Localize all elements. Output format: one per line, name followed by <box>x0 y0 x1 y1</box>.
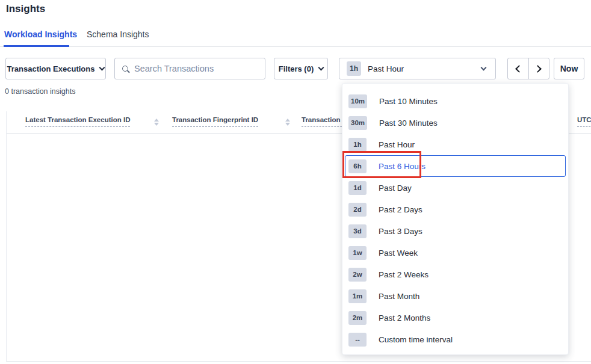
filters-label: Filters (0) <box>279 64 314 73</box>
option-label: Past Week <box>379 248 418 258</box>
time-nav-group <box>507 58 549 79</box>
option-label: Past Hour <box>379 140 415 149</box>
col-utc-time[interactable]: UTC) <box>577 116 591 127</box>
page-title: Insights <box>6 3 45 15</box>
option-badge: 30m <box>348 116 367 130</box>
option-past-6-hours[interactable]: 6h Past 6 Hours <box>345 155 566 177</box>
chevron-down-icon <box>99 65 105 71</box>
option-past-3-days[interactable]: 3d Past 3 Days <box>342 220 568 242</box>
option-label: Past 3 Days <box>379 227 422 236</box>
option-label: Past 30 Minutes <box>379 119 438 128</box>
option-past-2-days[interactable]: 2d Past 2 Days <box>342 199 568 220</box>
option-label: Custom time interval <box>379 335 453 344</box>
option-past-month[interactable]: 1m Past Month <box>342 285 568 307</box>
option-past-day[interactable]: 1d Past Day <box>342 177 568 199</box>
col-latest-txn-execution-id[interactable]: Latest Transaction Execution ID <box>25 116 130 127</box>
option-label: Past Day <box>379 184 412 193</box>
chevron-down-icon <box>481 65 487 71</box>
option-past-2-weeks[interactable]: 2w Past 2 Weeks <box>342 264 568 285</box>
tab-workload-insights[interactable]: Workload Insights <box>4 29 77 39</box>
insight-type-label: Transaction Executions <box>7 64 95 73</box>
chevron-left-icon <box>515 65 523 73</box>
option-past-30-minutes[interactable]: 30m Past 30 Minutes <box>342 112 568 134</box>
option-past-hour[interactable]: 1h Past Hour <box>342 134 568 155</box>
option-past-10-minutes[interactable]: 10m Past 10 Minutes <box>342 90 568 112</box>
time-prev-button[interactable] <box>508 58 528 79</box>
search-input[interactable] <box>134 64 265 73</box>
active-tab-underline <box>4 45 69 47</box>
insights-count: 0 transaction insights <box>5 87 75 96</box>
option-badge: 1h <box>348 138 367 152</box>
col-txn-fingerprint-id[interactable]: Transaction Fingerprint ID <box>172 116 258 127</box>
now-button[interactable]: Now <box>554 58 584 79</box>
option-badge: 1d <box>348 181 367 195</box>
sort-icon[interactable] <box>154 119 159 126</box>
option-custom-time-interval[interactable]: -- Custom time interval <box>342 329 568 350</box>
tab-schema-insights[interactable]: Schema Insights <box>87 29 149 39</box>
chevron-right-icon <box>534 65 542 73</box>
chevron-down-icon <box>318 65 324 71</box>
time-range-label: Past Hour <box>368 64 404 73</box>
option-label: Past Month <box>379 292 419 301</box>
filters-button[interactable]: Filters (0) <box>274 58 328 79</box>
tab-bar: Workload Insights Schema Insights <box>0 25 591 47</box>
option-badge: 2w <box>348 268 367 282</box>
option-badge: 1m <box>348 289 367 303</box>
option-label: Past 2 Weeks <box>379 270 429 279</box>
option-badge: 1w <box>348 246 367 260</box>
time-next-button[interactable] <box>528 58 549 79</box>
option-label: Past 6 Hours <box>379 162 425 171</box>
option-badge: 6h <box>348 159 367 173</box>
time-range-badge: 1h <box>347 61 361 76</box>
option-badge: -- <box>348 333 367 347</box>
time-range-select[interactable]: 1h Past Hour <box>339 58 496 79</box>
option-label: Past 2 Days <box>379 205 422 214</box>
option-label: Past 10 Minutes <box>379 97 438 106</box>
search-icon <box>122 66 128 72</box>
time-range-dropdown: 10m Past 10 Minutes 30m Past 30 Minutes … <box>342 83 569 355</box>
insight-type-select[interactable]: Transaction Executions <box>5 58 106 79</box>
sort-icon[interactable] <box>285 119 290 126</box>
option-past-2-months[interactable]: 2m Past 2 Months <box>342 307 568 329</box>
option-badge: 10m <box>348 94 367 108</box>
option-badge: 2d <box>348 203 367 217</box>
option-past-week[interactable]: 1w Past Week <box>342 242 568 264</box>
option-badge: 2m <box>348 311 367 325</box>
search-box <box>114 58 265 79</box>
option-label: Past 2 Months <box>379 313 430 322</box>
option-badge: 3d <box>348 224 367 238</box>
